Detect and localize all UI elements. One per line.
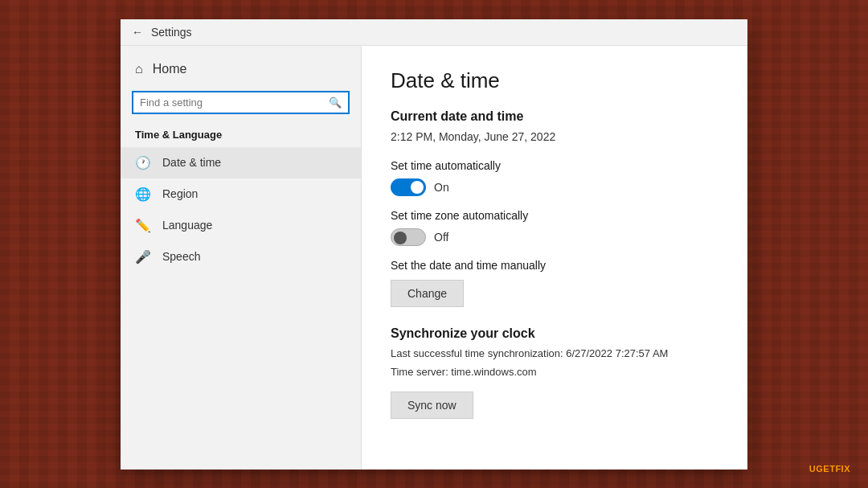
region-icon: 🌐 [135, 187, 151, 202]
auto-time-label: Set time automatically [391, 159, 719, 172]
manual-label: Set the date and time manually [391, 259, 719, 272]
home-label: Home [153, 62, 187, 76]
current-section-title: Current date and time [391, 109, 719, 124]
auto-timezone-label: Set time zone automatically [391, 209, 719, 222]
home-icon: ⌂ [135, 62, 143, 76]
auto-time-toggle-thumb [411, 181, 424, 194]
content-area: ⌂ Home 🔍 Time & Language 🕐 Date & time 🌐… [121, 46, 747, 470]
current-time-display: 2:12 PM, Monday, June 27, 2022 [391, 130, 719, 143]
auto-timezone-toggle[interactable] [391, 228, 426, 246]
sidebar-item-region[interactable]: 🌐 Region [121, 178, 361, 210]
change-button[interactable]: Change [391, 280, 464, 307]
sync-section-title: Synchronize your clock [391, 326, 719, 341]
sync-info-line2: Time server: time.windows.com [391, 364, 719, 380]
sync-info-line1: Last successful time synchronization: 6/… [391, 346, 719, 362]
search-icon: 🔍 [329, 96, 342, 109]
sidebar-section-title: Time & Language [121, 124, 361, 147]
auto-timezone-toggle-row: Off [391, 228, 719, 246]
auto-time-toggle-row: On [391, 178, 719, 196]
watermark: UGETFIX [809, 464, 850, 474]
sidebar-item-date-time[interactable]: 🕐 Date & time [121, 147, 361, 178]
auto-time-toggle[interactable] [391, 178, 426, 196]
sidebar-item-home[interactable]: ⌂ Home [121, 54, 361, 84]
auto-timezone-toggle-thumb [394, 232, 407, 244]
window-title: Settings [151, 26, 192, 39]
auto-time-state: On [434, 181, 449, 194]
page-title: Date & time [391, 68, 719, 93]
date-time-icon: 🕐 [135, 155, 151, 170]
language-icon: ✏️ [135, 218, 151, 233]
sidebar-item-date-time-label: Date & time [162, 156, 221, 169]
watermark-prefix: UGET [809, 464, 836, 474]
sidebar-item-speech[interactable]: 🎤 Speech [121, 241, 361, 273]
settings-window: ← Settings ⌂ Home 🔍 Time & Language 🕐 Da… [121, 19, 747, 470]
sidebar-item-language-label: Language [162, 219, 212, 232]
search-input[interactable] [140, 96, 324, 109]
watermark-suffix: FIX [835, 464, 850, 474]
main-panel: Date & time Current date and time 2:12 P… [362, 46, 747, 470]
sidebar-item-region-label: Region [162, 187, 198, 200]
search-box: 🔍 [132, 91, 350, 114]
title-bar: ← Settings [121, 19, 747, 46]
speech-icon: 🎤 [135, 249, 151, 265]
sidebar-item-speech-label: Speech [162, 250, 200, 263]
sync-now-button[interactable]: Sync now [391, 392, 473, 419]
sidebar-item-language[interactable]: ✏️ Language [121, 210, 361, 241]
back-button[interactable]: ← [132, 26, 143, 39]
auto-timezone-state: Off [434, 231, 448, 244]
sidebar: ⌂ Home 🔍 Time & Language 🕐 Date & time 🌐… [121, 46, 362, 470]
